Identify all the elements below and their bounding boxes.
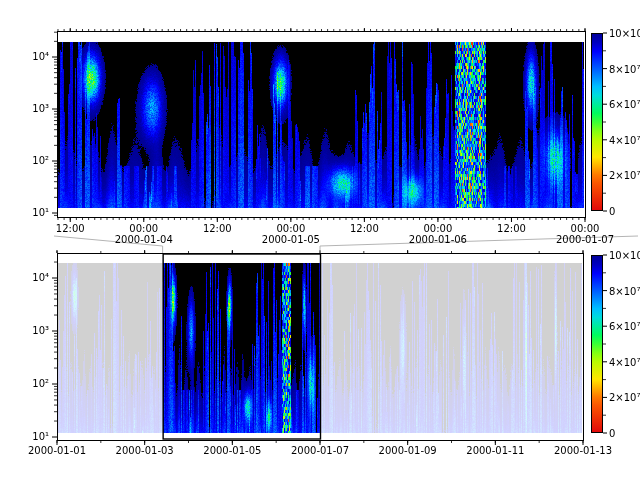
x-tick-time-label: 12:00 [203, 223, 232, 234]
y-tick-label: 10¹ [32, 207, 49, 218]
x-tick-date-label: 2000-01-01 [28, 445, 86, 456]
y-tick-label: 10² [32, 378, 49, 389]
detail-heatmap-canvas[interactable] [58, 42, 584, 208]
detail-colorbar [591, 33, 603, 211]
x-tick-date-label: 2000-01-09 [379, 445, 437, 456]
x-tick-date-label: 2000-01-04 [115, 234, 173, 245]
colorbar-tick-label: 6×10⁷ [609, 321, 640, 332]
y-tick-label: 10³ [32, 103, 49, 114]
x-tick-date-label: 2000-01-05 [203, 445, 261, 456]
x-tick-date-label: 2000-01-06 [409, 234, 467, 245]
colorbar-tick-label: 10×10⁷ [609, 250, 640, 261]
y-tick-label: 10² [32, 155, 49, 166]
colorbar-tick-label: 4×10⁷ [609, 134, 640, 145]
overview-colorbar [591, 255, 603, 433]
x-tick-date-label: 2000-01-13 [554, 445, 612, 456]
colorbar-tick-label: 8×10⁷ [609, 63, 640, 74]
x-tick-time-label: 12:00 [56, 223, 85, 234]
x-tick-date-label: 2000-01-11 [466, 445, 524, 456]
colorbar-tick-label: 10×10⁷ [609, 28, 640, 39]
colorbar-tick-label: 2×10⁷ [609, 170, 640, 181]
x-tick-date-label: 2000-01-05 [262, 234, 320, 245]
y-tick-label: 10⁴ [32, 51, 49, 62]
figure: 12:0000:002000-01-0412:0000:002000-01-05… [0, 0, 640, 480]
x-tick-time-label: 00:00 [424, 223, 453, 234]
colorbar-tick-label: 2×10⁷ [609, 392, 640, 403]
x-tick-time-label: 12:00 [497, 223, 526, 234]
x-tick-time-label: 00:00 [571, 223, 600, 234]
x-tick-time-label: 00:00 [129, 223, 158, 234]
colorbar-tick-label: 0 [609, 428, 615, 439]
x-tick-date-label: 2000-01-03 [116, 445, 174, 456]
colorbar-tick-label: 4×10⁷ [609, 356, 640, 367]
y-tick-label: 10¹ [32, 431, 49, 442]
x-tick-date-label: 2000-01-07 [291, 445, 349, 456]
x-tick-time-label: 00:00 [276, 223, 305, 234]
y-tick-label: 10⁴ [32, 272, 49, 283]
colorbar-tick-label: 6×10⁷ [609, 99, 640, 110]
x-tick-time-label: 12:00 [350, 223, 379, 234]
x-tick-date-label: 2000-01-07 [556, 234, 614, 245]
colorbar-tick-label: 8×10⁷ [609, 285, 640, 296]
colorbar-tick-label: 0 [609, 206, 615, 217]
y-tick-label: 10³ [32, 325, 49, 336]
